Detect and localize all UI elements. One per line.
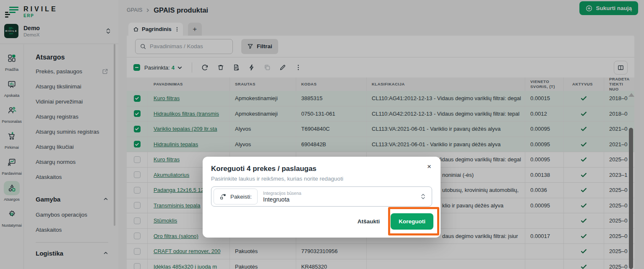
chip-label: Pakeisti: <box>230 194 252 200</box>
field-value: Integruota <box>263 196 420 203</box>
modal-title: Koreguoti 4 prekes / paslaugas <box>211 165 432 173</box>
edit-field-row[interactable]: Pakeisti: Integracijos būsena Integruota <box>211 186 432 207</box>
up-down-chevrons-icon <box>420 193 426 200</box>
replace-arrows-icon <box>219 193 227 200</box>
cancel-button[interactable]: Atšaukti <box>357 218 380 225</box>
modal-subtitle: Pasirinkite laukus ir reikšmes, kurias n… <box>211 176 432 182</box>
close-icon[interactable]: × <box>425 162 434 171</box>
bulk-edit-modal: Koreguoti 4 prekes / paslaugas × Pasirin… <box>203 157 441 238</box>
submit-koreguoti-button[interactable]: Koreguoti <box>391 213 433 230</box>
field-action-chip[interactable]: Pakeisti: <box>214 189 258 204</box>
field-label: Integracijos būsena <box>263 191 420 196</box>
